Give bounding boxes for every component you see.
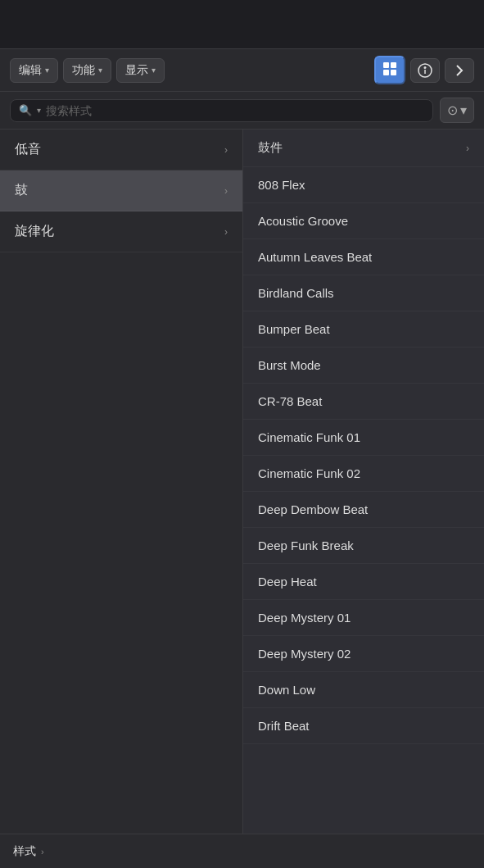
- display-label: 显示: [125, 63, 148, 78]
- right-panel-item[interactable]: Acoustic Groove: [243, 203, 484, 239]
- chevron-right-icon: ›: [224, 185, 228, 197]
- left-panel-item[interactable]: 低音›: [0, 130, 242, 170]
- chevron-right-icon: ›: [224, 226, 228, 238]
- edit-button[interactable]: 编辑 ▾: [10, 58, 58, 83]
- left-panel-item[interactable]: 鼓›: [0, 170, 242, 211]
- right-panel-item[interactable]: Bumper Beat: [243, 311, 484, 348]
- right-panel-item-label: Down Low: [258, 683, 315, 697]
- search-options-chevron: ▾: [460, 102, 467, 118]
- search-bar: 🔍 ▾ ⊙ ▾: [0, 92, 484, 130]
- right-panel-item[interactable]: Drift Beat: [243, 708, 484, 744]
- function-chevron: ▾: [98, 66, 102, 75]
- search-icon: 🔍: [19, 104, 32, 116]
- main-content: 低音›鼓›旋律化› 鼓件›808 FlexAcoustic GrooveAutu…: [0, 130, 484, 834]
- left-panel-item-label: 旋律化: [15, 223, 54, 240]
- function-label: 功能: [72, 63, 95, 78]
- svg-rect-3: [391, 70, 396, 75]
- right-panel-item[interactable]: Birdland Calls: [243, 275, 484, 311]
- search-input[interactable]: [46, 104, 424, 117]
- svg-rect-2: [383, 70, 389, 75]
- left-panel: 低音›鼓›旋律化›: [0, 130, 243, 834]
- svg-rect-0: [383, 62, 389, 68]
- left-panel-item[interactable]: 旋律化›: [0, 211, 242, 252]
- right-panel-item[interactable]: Deep Mystery 01: [243, 600, 484, 636]
- toolbar: 编辑 ▾ 功能 ▾ 显示 ▾: [0, 49, 484, 92]
- right-panel-item[interactable]: Down Low: [243, 672, 484, 708]
- right-panel-item[interactable]: Deep Dembow Beat: [243, 492, 484, 528]
- search-options-icon: ⊙: [447, 102, 458, 118]
- right-panel-item[interactable]: 808 Flex: [243, 167, 484, 203]
- grid-icon: [382, 61, 397, 76]
- right-panel-item-label: Acoustic Groove: [258, 214, 348, 228]
- right-panel-item-label: Autumn Leaves Beat: [258, 250, 372, 264]
- right-panel-item-label: Deep Mystery 02: [258, 647, 351, 661]
- right-panel-item-label: Bumper Beat: [258, 322, 330, 336]
- right-panel: 鼓件›808 FlexAcoustic GrooveAutumn Leaves …: [243, 130, 484, 834]
- right-panel-item-label: Drift Beat: [258, 719, 310, 733]
- right-panel-item-label: Burst Mode: [258, 358, 321, 372]
- bottom-bar-chevron: ›: [41, 847, 44, 857]
- right-panel-item[interactable]: Deep Funk Break: [243, 528, 484, 564]
- display-button[interactable]: 显示 ▾: [116, 58, 165, 83]
- right-panel-item[interactable]: Burst Mode: [243, 348, 484, 384]
- forward-button[interactable]: [445, 58, 474, 83]
- chevron-right-icon: ›: [224, 144, 228, 156]
- right-panel-item[interactable]: Deep Heat: [243, 564, 484, 600]
- bottom-bar: 样式 ›: [0, 834, 484, 868]
- top-bar: [0, 0, 484, 49]
- search-options-button[interactable]: ⊙ ▾: [440, 98, 474, 123]
- right-panel-item-label: Deep Funk Break: [258, 539, 354, 552]
- svg-point-6: [424, 66, 426, 68]
- right-panel-header[interactable]: 鼓件›: [243, 130, 484, 167]
- display-chevron: ▾: [152, 66, 156, 75]
- right-panel-item[interactable]: Deep Mystery 02: [243, 636, 484, 672]
- left-panel-item-label: 鼓: [15, 182, 28, 199]
- right-panel-item[interactable]: Cinematic Funk 01: [243, 420, 484, 456]
- right-panel-item[interactable]: Cinematic Funk 02: [243, 456, 484, 492]
- right-panel-item[interactable]: CR-78 Beat: [243, 384, 484, 420]
- search-dropdown-icon: ▾: [37, 106, 41, 115]
- chevron-right-icon: ›: [466, 143, 469, 154]
- right-panel-item-label: CR-78 Beat: [258, 394, 322, 408]
- right-panel-item[interactable]: Autumn Leaves Beat: [243, 239, 484, 275]
- left-panel-item-label: 低音: [15, 141, 41, 158]
- search-wrapper[interactable]: 🔍 ▾: [10, 99, 433, 122]
- right-panel-item-label: Cinematic Funk 01: [258, 430, 360, 444]
- right-panel-item-label: Deep Mystery 01: [258, 611, 351, 625]
- right-panel-item-label: Cinematic Funk 02: [258, 466, 360, 480]
- forward-icon: [452, 63, 467, 78]
- info-button[interactable]: [410, 58, 440, 83]
- svg-rect-1: [391, 62, 396, 68]
- info-icon: [418, 63, 432, 78]
- edit-chevron: ▾: [45, 66, 49, 75]
- right-panel-item-label: 808 Flex: [258, 178, 305, 192]
- right-panel-item-label: Deep Dembow Beat: [258, 502, 368, 516]
- right-panel-item-label: Birdland Calls: [258, 286, 334, 300]
- function-button[interactable]: 功能 ▾: [63, 58, 111, 83]
- edit-label: 编辑: [19, 63, 42, 78]
- grid-view-button[interactable]: [374, 56, 405, 84]
- right-panel-item-label: 鼓件: [258, 140, 283, 156]
- bottom-bar-label: 样式: [13, 844, 36, 859]
- right-panel-item-label: Deep Heat: [258, 575, 317, 589]
